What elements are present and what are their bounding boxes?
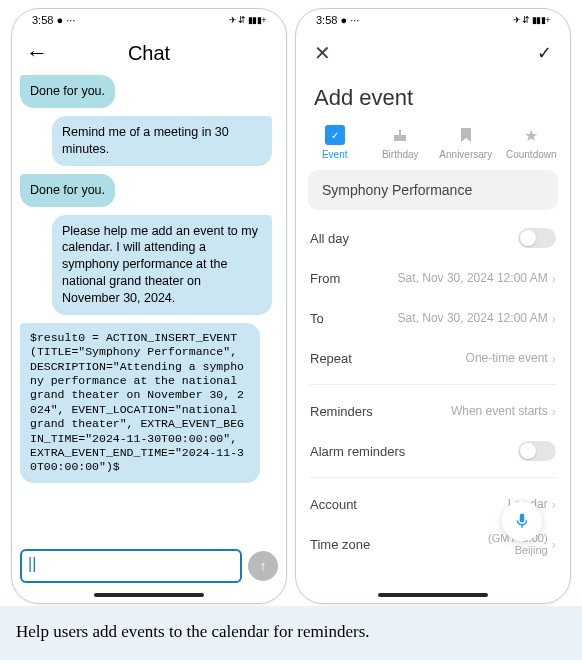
chevron-right-icon: › — [552, 271, 556, 286]
status-dots: ● ∙∙∙ — [56, 14, 75, 26]
assistant-message: Done for you. — [20, 75, 115, 108]
send-button[interactable]: ↑ — [248, 551, 278, 581]
event-header: ✕ ✓ — [296, 31, 570, 75]
confirm-button[interactable]: ✓ — [537, 42, 552, 64]
svg-rect-1 — [399, 130, 401, 135]
calendar-phone: 3:58 ● ∙∙∙ ✈ ⇵ ▮▮▮+ ✕ ✓ Add event ✓ Even… — [295, 8, 571, 604]
user-message: Please help me add an event to my calend… — [52, 215, 272, 315]
tab-birthday[interactable]: Birthday — [370, 125, 430, 160]
event-name-field[interactable]: Symphony Performance — [308, 170, 558, 210]
status-bar: 3:58 ● ∙∙∙ ✈ ⇵ ▮▮▮+ — [296, 9, 570, 31]
caption-block: Help users add events to the calendar fo… — [0, 604, 582, 660]
assistant-message: Done for you. — [20, 174, 115, 207]
all-day-label: All day — [310, 231, 349, 246]
mic-icon — [513, 512, 531, 530]
row-to[interactable]: To Sat, Nov 30, 2024 12:00 AM› — [310, 298, 556, 338]
chat-input-row: | ↑ — [12, 543, 286, 591]
alarm-toggle[interactable] — [518, 441, 556, 461]
chat-header: ← Chat — [12, 31, 286, 75]
status-bar: 3:58 ● ∙∙∙ ✈ ⇵ ▮▮▮+ — [12, 9, 286, 31]
time: 3:58 — [32, 14, 53, 26]
tab-label: Event — [322, 149, 348, 160]
all-day-toggle[interactable] — [518, 228, 556, 248]
chat-phone: 3:58 ● ∙∙∙ ✈ ⇵ ▮▮▮+ ← Chat Done for you.… — [11, 8, 287, 604]
chevron-right-icon: › — [552, 351, 556, 366]
arrow-up-icon: ↑ — [260, 558, 267, 574]
divider — [310, 477, 556, 478]
from-value: Sat, Nov 30, 2024 12:00 AM — [398, 271, 548, 285]
home-indicator[interactable] — [378, 593, 488, 597]
caption-text: Help users add events to the calendar fo… — [16, 622, 566, 642]
tab-anniversary[interactable]: Anniversary — [436, 125, 496, 160]
check-icon: ✓ — [325, 125, 345, 145]
assistant-code-message: $result0 = ACTION_INSERT_EVENT(TITLE="Sy… — [20, 323, 260, 483]
chat-title: Chat — [128, 42, 170, 65]
divider — [310, 384, 556, 385]
alarm-label: Alarm reminders — [310, 444, 405, 459]
repeat-value: One-time event — [466, 351, 548, 365]
tab-countdown[interactable]: ★ Countdown — [501, 125, 561, 160]
bookmark-icon — [456, 125, 476, 145]
from-label: From — [310, 271, 340, 286]
tab-event[interactable]: ✓ Event — [305, 125, 365, 160]
timezone-city: Beijing — [515, 544, 548, 556]
row-all-day: All day — [310, 218, 556, 258]
status-dots: ● ∙∙∙ — [340, 14, 359, 26]
chat-input[interactable]: | — [20, 549, 242, 583]
to-value: Sat, Nov 30, 2024 12:00 AM — [398, 311, 548, 325]
reminders-label: Reminders — [310, 404, 373, 419]
home-indicator[interactable] — [94, 593, 204, 597]
chevron-right-icon: › — [552, 497, 556, 512]
timezone-label: Time zone — [310, 537, 370, 552]
page-title: Add event — [296, 75, 570, 125]
to-label: To — [310, 311, 324, 326]
svg-rect-0 — [394, 135, 406, 141]
back-button[interactable]: ← — [26, 40, 48, 66]
row-alarm: Alarm reminders — [310, 431, 556, 471]
row-repeat[interactable]: Repeat One-time event› — [310, 338, 556, 378]
status-icons: ✈ ⇵ ▮▮▮+ — [229, 15, 266, 25]
chevron-right-icon: › — [552, 404, 556, 419]
tab-label: Countdown — [506, 149, 557, 160]
row-from[interactable]: From Sat, Nov 30, 2024 12:00 AM› — [310, 258, 556, 298]
reminders-value: When event starts — [451, 404, 548, 418]
mic-button[interactable] — [502, 501, 542, 541]
cake-icon — [390, 125, 410, 145]
close-button[interactable]: ✕ — [314, 41, 331, 65]
star-icon: ★ — [521, 125, 541, 145]
chat-body: Done for you. Remind me of a meeting in … — [12, 75, 286, 543]
status-icons: ✈ ⇵ ▮▮▮+ — [513, 15, 550, 25]
row-reminders[interactable]: Reminders When event starts› — [310, 391, 556, 431]
tab-label: Birthday — [382, 149, 419, 160]
chevron-right-icon: › — [552, 311, 556, 326]
account-label: Account — [310, 497, 357, 512]
tab-label: Anniversary — [439, 149, 492, 160]
event-type-tabs: ✓ Event Birthday Anniversary ★ Countdown — [296, 125, 570, 170]
user-message: Remind me of a meeting in 30 minutes. — [52, 116, 272, 166]
repeat-label: Repeat — [310, 351, 352, 366]
chevron-right-icon: › — [552, 537, 556, 552]
time: 3:58 — [316, 14, 337, 26]
